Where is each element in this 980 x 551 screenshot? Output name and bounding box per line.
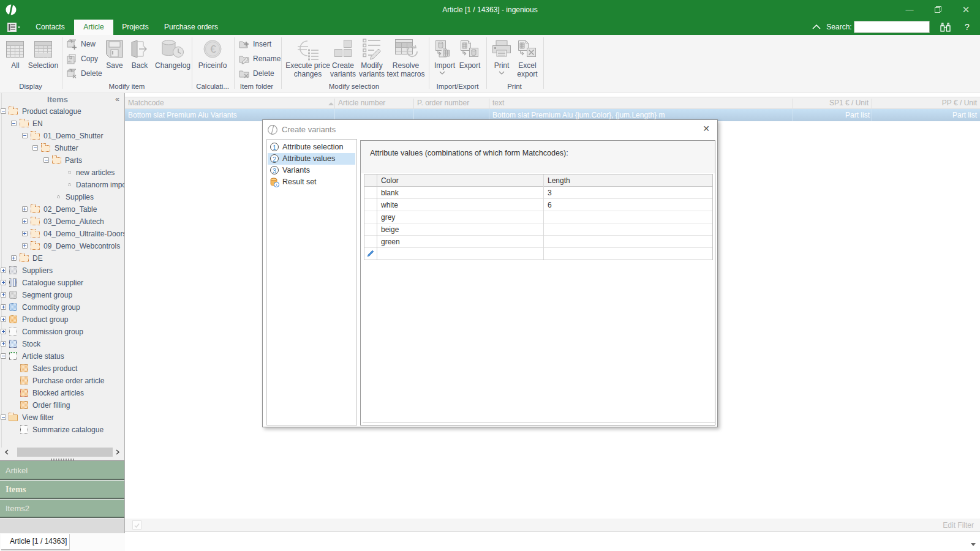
- svg-text:i: i: [276, 182, 277, 187]
- svg-text:€: €: [210, 43, 216, 55]
